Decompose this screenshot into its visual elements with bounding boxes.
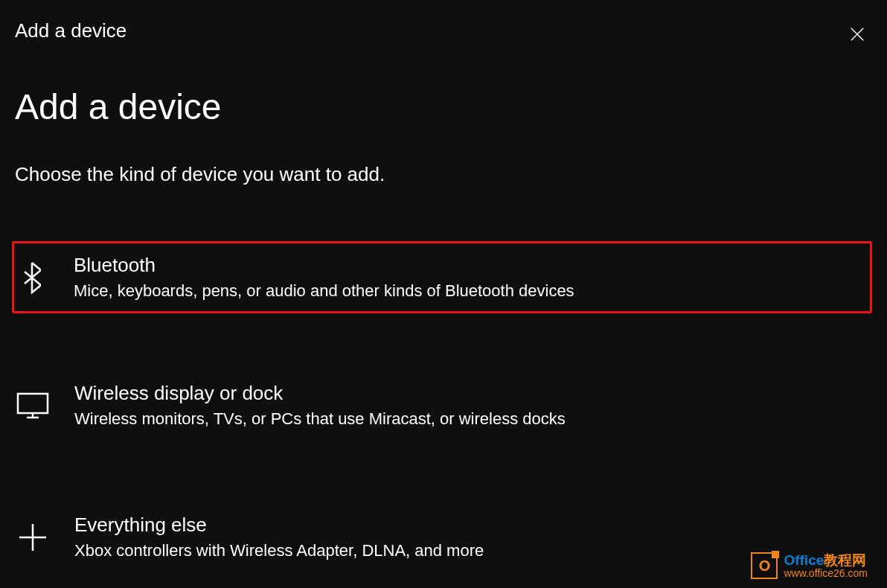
watermark-logo: O <box>751 552 778 579</box>
svg-rect-2 <box>18 394 48 413</box>
option-everything-else[interactable]: Everything else Xbox controllers with Wi… <box>15 503 872 571</box>
watermark-text: Office教程网 www.office26.com <box>784 553 868 579</box>
titlebar: Add a device <box>0 0 887 49</box>
watermark-suffix: 教程网 <box>824 552 866 568</box>
bluetooth-icon <box>16 261 48 294</box>
option-everything-else-desc: Xbox controllers with Wireless Adapter, … <box>74 541 484 560</box>
watermark-brand: Office <box>784 552 824 568</box>
option-bluetooth-desc: Mice, keyboards, pens, or audio and othe… <box>74 281 574 301</box>
page-title: Add a device <box>15 86 872 127</box>
option-wireless-display-title: Wireless display or dock <box>74 382 566 405</box>
monitor-icon <box>16 389 49 422</box>
window-title: Add a device <box>15 19 127 42</box>
option-everything-else-texts: Everything else Xbox controllers with Wi… <box>74 514 484 560</box>
watermark-url: www.office26.com <box>784 568 868 579</box>
option-bluetooth[interactable]: Bluetooth Mice, keyboards, pens, or audi… <box>12 241 872 313</box>
watermark-brand-line: Office教程网 <box>784 553 868 568</box>
option-wireless-display-desc: Wireless monitors, TVs, or PCs that use … <box>74 409 566 429</box>
plus-icon <box>16 521 49 554</box>
option-bluetooth-texts: Bluetooth Mice, keyboards, pens, or audi… <box>74 254 574 301</box>
option-wireless-display[interactable]: Wireless display or dock Wireless monito… <box>15 371 872 439</box>
option-everything-else-title: Everything else <box>74 514 484 537</box>
dialog-content: Add a device Choose the kind of device y… <box>0 49 887 571</box>
close-icon <box>849 26 865 42</box>
page-subtitle: Choose the kind of device you want to ad… <box>15 163 872 186</box>
watermark: O Office教程网 www.office26.com <box>751 552 868 579</box>
option-bluetooth-title: Bluetooth <box>74 254 574 277</box>
close-button[interactable] <box>842 19 872 49</box>
option-wireless-display-texts: Wireless display or dock Wireless monito… <box>74 382 566 429</box>
